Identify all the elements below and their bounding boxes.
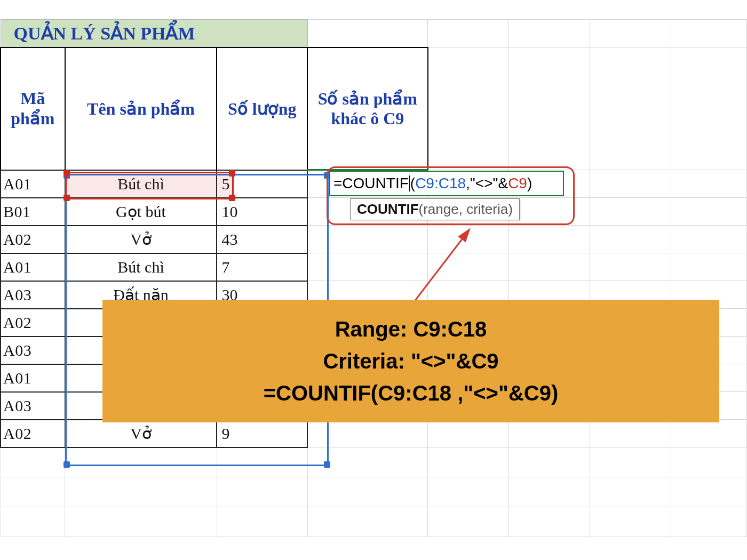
header-khac: Số sản phẩm khác ô C9 [307, 47, 427, 170]
spreadsheet-grid[interactable]: QUẢN LÝ SẢN PHẨM Mã phẩm Tên sản phẩm Số… [0, 19, 747, 537]
cell-qty[interactable]: 43 [217, 226, 307, 253]
header-soluong: Số lượng [217, 47, 307, 170]
formula-fn: COUNTIF [342, 175, 408, 192]
annotation-panel: Range: C9:C18 Criteria: "<>"&C9 =COUNTIF… [102, 300, 719, 422]
cell-qty[interactable]: 9 [217, 420, 307, 447]
table-row: A02 Vở 9 [1, 420, 747, 447]
formula-open: ( [410, 175, 415, 192]
cell-ten[interactable]: Vở [65, 226, 217, 253]
formula-cell[interactable]: =COUNTIF(C9:C18,"<>"&C9) [329, 171, 564, 196]
cell-ma[interactable]: A03 [1, 337, 65, 364]
table-title: QUẢN LÝ SẢN PHẨM [1, 20, 307, 47]
cell-ma[interactable]: A02 [1, 309, 65, 337]
cell-ma[interactable]: A03 [1, 281, 65, 309]
cell-qty[interactable]: 5 [217, 170, 307, 198]
cell-ten[interactable]: Bút chì [65, 253, 217, 281]
text-caret-icon [409, 175, 410, 191]
header-ma: Mã phẩm [1, 47, 65, 170]
cell-ma[interactable]: A01 [1, 170, 65, 198]
cell-ma[interactable]: B01 [1, 198, 65, 226]
table-row: A01 Bút chì 7 [1, 253, 747, 281]
cell-ma[interactable]: A02 [1, 420, 65, 447]
formula-ref2: C9 [508, 175, 527, 192]
tooltip-fn: COUNTIF [357, 201, 419, 217]
cell-ma[interactable]: A02 [1, 226, 65, 253]
cell-ten[interactable]: Gọt bút [65, 198, 217, 226]
cell-ten[interactable]: Bút chì [65, 170, 217, 198]
cell-ma[interactable]: A03 [1, 392, 65, 420]
formula-ref1: C9:C18 [415, 175, 466, 192]
formula-equals: = [333, 175, 342, 192]
cell-ten[interactable]: Vở [65, 420, 217, 447]
cell-ma[interactable]: A01 [1, 253, 65, 281]
table-row: A02 Vở 43 [1, 226, 747, 253]
function-tooltip: COUNTIF(range, criteria) [350, 198, 520, 220]
tooltip-args: (range, criteria) [419, 201, 513, 217]
panel-line2: Criteria: "<>"&C9 [323, 345, 498, 377]
cell-ma[interactable]: A01 [1, 364, 65, 392]
panel-line3: =COUNTIF(C9:C18 ,"<>"&C9) [264, 377, 558, 409]
header-ten: Tên sản phẩm [65, 47, 217, 170]
cell-qty[interactable]: 10 [217, 198, 307, 226]
cell-qty[interactable]: 7 [217, 253, 307, 281]
panel-line1: Range: C9:C18 [335, 313, 487, 345]
